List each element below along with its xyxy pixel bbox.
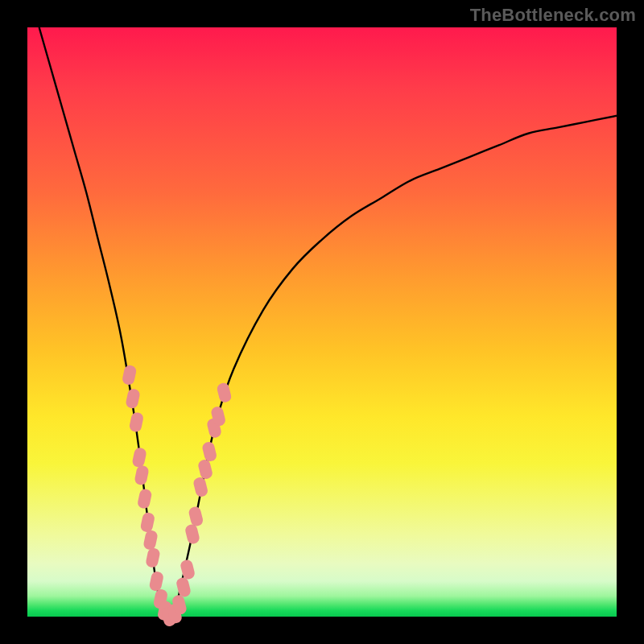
curve-marker [125, 388, 141, 410]
curve-marker [137, 488, 153, 510]
curve-marker [148, 571, 164, 592]
watermark-text: TheBottleneck.com [470, 5, 636, 26]
curve-marker [145, 547, 161, 569]
curve-marker [139, 512, 155, 534]
curve-marker [122, 365, 138, 386]
curve-marker [142, 530, 159, 551]
curve-marker [175, 576, 192, 598]
marker-group [122, 365, 233, 628]
curve-marker [134, 464, 150, 486]
curve-marker [216, 382, 232, 403]
curve-marker [129, 411, 145, 433]
curve-layer [27, 27, 617, 617]
curve-marker [192, 477, 208, 498]
curve-marker [184, 523, 200, 545]
curve-marker [201, 441, 217, 463]
curve-marker [188, 506, 204, 527]
curve-marker [131, 447, 147, 469]
curve-marker [197, 459, 213, 481]
chart-frame: TheBottleneck.com [0, 0, 644, 644]
bottleneck-curve [39, 27, 617, 617]
